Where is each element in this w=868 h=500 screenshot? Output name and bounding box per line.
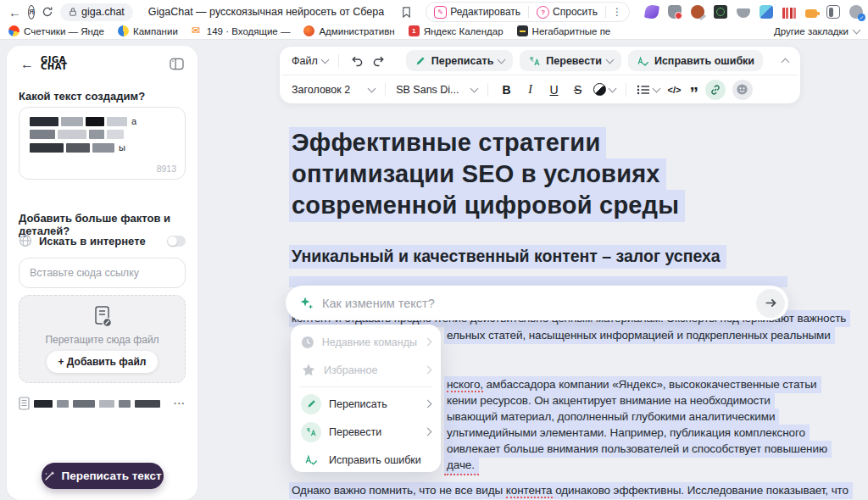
- chart-extension-icon[interactable]: [782, 8, 796, 19]
- ask-icon: ?: [537, 6, 549, 19]
- translate-action-button[interactable]: Перевести: [520, 50, 621, 71]
- screen-extension-icon[interactable]: [714, 5, 727, 19]
- add-file-button[interactable]: + Добавить файл: [47, 351, 159, 373]
- code-button[interactable]: </>: [668, 85, 682, 95]
- list-button[interactable]: [637, 84, 659, 96]
- yandex-browser-icon[interactable]: Я: [28, 5, 35, 19]
- redacted-filename: [34, 400, 53, 408]
- document-upload-icon: [92, 305, 114, 329]
- menu-item-translate[interactable]: Перевести: [291, 418, 441, 446]
- font-select[interactable]: SB Sans Di...: [396, 84, 476, 96]
- redacted-text: а: [30, 116, 176, 126]
- translate-icon: [301, 422, 321, 442]
- spellcheck-icon: [301, 450, 321, 470]
- menu-item-recent[interactable]: Недавние команды: [291, 328, 441, 356]
- prompt-label: Какой текст создадим?: [19, 90, 145, 103]
- file-icon: [19, 397, 30, 410]
- body-text-line[interactable]: Однако важно помнить, что не все виды ко…: [289, 482, 853, 499]
- sidebar: ← GIGA CHAT Какой текст создадим? а ы 89…: [7, 46, 198, 500]
- reload-icon[interactable]: [42, 6, 53, 18]
- document-heading-line[interactable]: оптимизации SEO в условиях: [289, 158, 666, 191]
- menu-item-favorites[interactable]: Избранное: [291, 356, 441, 384]
- rewrite-action-button[interactable]: Переписать: [406, 50, 514, 71]
- quote-button[interactable]: ”: [689, 89, 698, 97]
- body-text-line[interactable]: ельных статей, насыщенных информацией и …: [444, 327, 835, 344]
- panel-toggle-icon[interactable]: [170, 58, 184, 70]
- emoji-button[interactable]: [732, 80, 753, 100]
- text-color-button[interactable]: [593, 83, 615, 96]
- redacted-text: ы: [30, 142, 176, 153]
- bookmark-calendar[interactable]: 1Яндекс Календар: [409, 25, 504, 36]
- bookmark-oversized[interactable]: Негабаритные пе: [517, 25, 611, 36]
- web-search-toggle[interactable]: [167, 236, 186, 247]
- fix-errors-action-button[interactable]: Исправить ошибки: [628, 50, 763, 71]
- paragraph-style-select[interactable]: Заголовок 2: [292, 84, 375, 96]
- panel-extension-icon[interactable]: [826, 5, 840, 19]
- bookmark-metrika[interactable]: Счетчики — Янде: [8, 25, 104, 36]
- body-text-line[interactable]: нского, амбассадора компании «Яндекс», в…: [444, 376, 821, 393]
- file-menu[interactable]: Файл: [292, 55, 328, 67]
- redo-icon[interactable]: [372, 54, 387, 67]
- stamp-extension-icon[interactable]: [691, 5, 704, 19]
- back-icon[interactable]: ←: [8, 6, 21, 19]
- battery-extension-icon[interactable]: [805, 9, 817, 18]
- underline-button[interactable]: U: [546, 83, 563, 97]
- file-dropzone[interactable]: Перетащите сюда файл + Добавить файл: [19, 295, 186, 383]
- document-subheading[interactable]: Уникальный и качественный контент – зало…: [289, 245, 726, 269]
- bookmark-admin[interactable]: Административн: [303, 25, 394, 36]
- body-text-line[interactable]: ывающий материал, дополненный глубокими …: [444, 408, 779, 425]
- calendar-favicon: 1: [409, 25, 420, 36]
- rewrite-pen-icon: [301, 394, 321, 414]
- prompt-textarea[interactable]: а ы 8913: [19, 107, 186, 180]
- bookmark-flag-icon[interactable]: [401, 6, 412, 19]
- bold-button[interactable]: B: [498, 83, 515, 97]
- shield-extension-icon[interactable]: [668, 5, 682, 19]
- send-button[interactable]: [756, 289, 785, 318]
- admin-favicon: [303, 25, 314, 36]
- ask-button[interactable]: ? Спросить: [529, 3, 605, 21]
- bookmarks-bar: Счетчики — Янде Кампании ✉149 · Входящие…: [0, 24, 868, 38]
- bookmark-campaigns[interactable]: Кампании: [118, 25, 178, 36]
- strikethrough-button[interactable]: S: [570, 83, 587, 97]
- file-menu-dots[interactable]: ···: [174, 398, 186, 408]
- gigachat-logo: GIGA CHAT: [41, 57, 68, 70]
- bookmark-inbox[interactable]: ✉149 · Входящие —: [192, 25, 291, 36]
- menu-item-rewrite[interactable]: Переписать: [291, 390, 441, 418]
- body-text-line[interactable]: оивлекает больше внимания пользователей …: [444, 441, 832, 458]
- collapse-toolbar-icon[interactable]: [782, 58, 790, 67]
- metrika-favicon: [8, 25, 19, 36]
- edit-button[interactable]: ✎ Редактировать: [426, 3, 528, 21]
- sparkle-icon: [299, 296, 314, 310]
- web-search-label: Искать в интернете: [39, 235, 146, 247]
- body-text-line[interactable]: ультимедийными элементами. Например, пуб…: [444, 425, 810, 442]
- toolbar-row-format: Заголовок 2 SB Sans Di... B I U S </> ”: [280, 75, 800, 103]
- more-menu-icon[interactable]: ⋮: [606, 6, 629, 18]
- body-text-line[interactable]: даче.: [444, 457, 479, 475]
- web-search-row: Искать в интернете: [19, 234, 186, 247]
- cube-extension-icon[interactable]: [760, 5, 773, 19]
- link-button[interactable]: [705, 80, 726, 100]
- document-heading-line[interactable]: современной цифровой среды: [289, 190, 685, 222]
- attached-file-row[interactable]: ···: [19, 397, 186, 410]
- rewrite-text-button[interactable]: Переписать текст: [42, 463, 164, 489]
- sidebar-back-icon[interactable]: ←: [20, 58, 34, 71]
- color-circle-icon: [593, 83, 606, 96]
- document-heading-line[interactable]: Эффективные стратегии: [289, 127, 606, 159]
- link-input[interactable]: Вставьте сюда ссылку: [19, 258, 186, 288]
- prompt-placeholder: Как изменим текст?: [322, 297, 748, 310]
- mask-extension-icon[interactable]: [737, 8, 750, 18]
- menu-item-fix-errors[interactable]: Исправить ошибки: [291, 446, 441, 474]
- direct-favicon: [118, 25, 129, 36]
- mail-favicon: ✉: [192, 25, 203, 36]
- other-bookmarks[interactable]: Другие закладки: [774, 26, 860, 36]
- address-bar[interactable]: giga.chat: [60, 3, 133, 21]
- ai-prompt-input[interactable]: Как изменим текст?: [286, 286, 788, 320]
- undo-icon[interactable]: [349, 54, 364, 67]
- page-title: GigaChat — русскоязычная нейросеть от Сб…: [148, 6, 384, 18]
- body-text-line[interactable]: кении ресурсов. Он акцентирует внимание …: [444, 392, 775, 409]
- feather-extension-icon[interactable]: [644, 4, 659, 19]
- extension-icons: ↓: [645, 5, 868, 19]
- sync-account-icon[interactable]: [849, 5, 863, 19]
- dark-favicon: [517, 25, 528, 36]
- italic-button[interactable]: I: [522, 83, 539, 97]
